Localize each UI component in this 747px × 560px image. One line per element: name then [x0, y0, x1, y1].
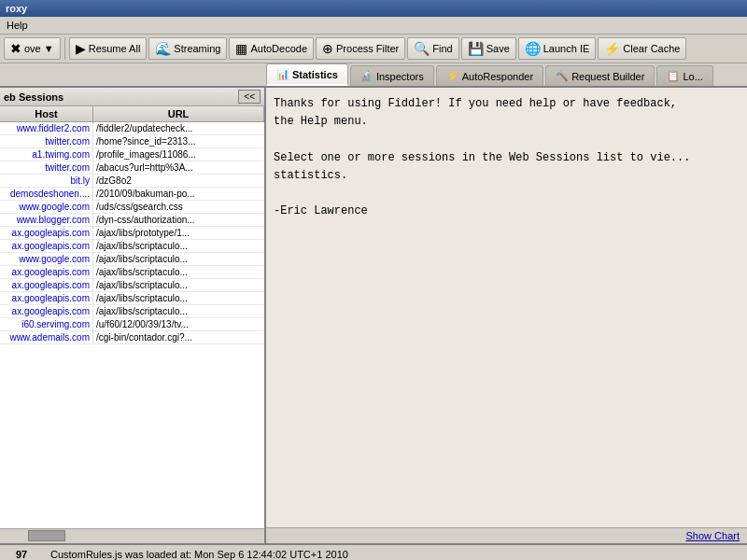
log-tab-label: Lo... [683, 71, 702, 82]
autodecode-button[interactable]: ▦ AutoDecode [229, 37, 314, 60]
session-host: ax.googleapis.com [0, 292, 93, 304]
table-row[interactable]: ax.googleapis.com/ajax/libs/scriptaculo.… [0, 305, 264, 318]
status-bar: 97 CustomRules.js was loaded at: Mon Sep… [0, 543, 747, 560]
streaming-button[interactable]: 🌊 Streaming [148, 37, 227, 60]
session-url: /ajax/libs/scriptaculo... [93, 253, 264, 265]
statistics-tab-label: Statistics [292, 69, 338, 80]
table-row[interactable]: ax.googleapis.com/ajax/libs/prototype/1.… [0, 227, 264, 240]
session-host: www.ademails.com [0, 331, 93, 343]
session-host: twitter.com [0, 135, 93, 147]
session-rows: www.fiddler2.com/fiddler2/updatecheck...… [0, 122, 264, 344]
autodecode-icon: ▦ [235, 41, 247, 56]
table-row[interactable]: ax.googleapis.com/ajax/libs/scriptaculo.… [0, 292, 264, 305]
session-url: /ajax/libs/scriptaculo... [93, 292, 264, 304]
tab-statistics[interactable]: 📊 Statistics [266, 63, 348, 86]
launch-ie-button[interactable]: 🌐 Launch IE [518, 37, 597, 60]
session-url: /dzG8o2 [93, 175, 264, 187]
table-row[interactable]: i60.servimg.com/u/f60/12/00/39/13/tv... [0, 318, 264, 331]
stats-line7: -Eric Lawrence [274, 204, 368, 217]
table-row[interactable]: twitter.com/home?since_id=2313... [0, 135, 264, 148]
toolbar: ✖ ove ▼ ▶ Resume All 🌊 Streaming ▦ AutoD… [0, 35, 747, 63]
table-row[interactable]: www.fiddler2.com/fiddler2/updatecheck... [0, 122, 264, 135]
save-label: Save [486, 43, 510, 54]
table-row[interactable]: bit.ly/dzG8o2 [0, 175, 264, 188]
remove-button[interactable]: ✖ ove ▼ [4, 37, 61, 60]
find-button[interactable]: 🔍 Find [407, 37, 458, 60]
process-filter-icon: ⊕ [322, 41, 333, 56]
session-url: /fiddler2/updatecheck... [93, 122, 264, 134]
remove-icon: ✖ [10, 41, 21, 56]
launch-ie-icon: 🌐 [525, 41, 541, 56]
collapse-button[interactable]: << [238, 90, 261, 104]
session-host: twitter.com [0, 161, 93, 174]
request-builder-tab-label: Request Builder [571, 71, 644, 82]
clear-cache-label: Clear Cache [623, 43, 680, 54]
stats-content: Thanks for using Fiddler! If you need he… [266, 88, 747, 527]
show-chart-link[interactable]: Show Chart [686, 530, 740, 541]
show-chart-bar: Show Chart [266, 527, 747, 543]
menu-item-help[interactable]: Help [4, 19, 31, 32]
find-label: Find [432, 43, 452, 54]
sessions-header: eb Sessions << [0, 88, 264, 106]
process-filter-button[interactable]: ⊕ Process Filter [316, 37, 405, 60]
status-count: 97 [7, 549, 35, 560]
scrollbar-thumb[interactable] [28, 530, 65, 541]
session-host: www.google.com [0, 201, 93, 213]
table-row[interactable]: twitter.com/abacus?url=http%3A... [0, 161, 264, 175]
session-table-header: Host URL [0, 106, 264, 122]
session-url: /dyn-css/authorization... [93, 214, 264, 226]
statistics-tab-icon: 📊 [276, 68, 289, 80]
table-row[interactable]: a1.twimg.com/profile_images/11086... [0, 148, 264, 161]
tab-inspectors[interactable]: 🔬 Inspectors [350, 65, 434, 86]
clear-cache-button[interactable]: ⚡ Clear Cache [598, 37, 686, 60]
table-row[interactable]: www.google.com/ajax/libs/scriptaculo... [0, 253, 264, 266]
session-host: www.google.com [0, 253, 93, 265]
tab-autoresponder[interactable]: ⚡ AutoResponder [436, 65, 543, 86]
table-row[interactable]: www.ademails.com/cgi-bin/contador.cgi?..… [0, 331, 264, 344]
table-row[interactable]: www.google.com/uds/css/gsearch.css [0, 201, 264, 214]
status-message: CustomRules.js was loaded at: Mon Sep 6 … [50, 549, 740, 560]
session-url: /cgi-bin/contador.cgi?... [93, 331, 264, 343]
tabs-row: 📊 Statistics 🔬 Inspectors ⚡ AutoResponde… [0, 63, 747, 88]
table-row[interactable]: ax.googleapis.com/ajax/libs/scriptaculo.… [0, 240, 264, 253]
toolbar-separator [64, 37, 65, 60]
session-host: ax.googleapis.com [0, 305, 93, 317]
resume-label: Resume All [89, 43, 141, 54]
resume-icon: ▶ [76, 41, 86, 56]
find-icon: 🔍 [414, 41, 430, 56]
stats-line4: Select one or more sessions in the Web S… [274, 151, 690, 164]
session-url: /ajax/libs/scriptaculo... [93, 266, 264, 278]
menu-bar: Help [0, 17, 747, 35]
table-row[interactable]: ax.googleapis.com/ajax/libs/scriptaculo.… [0, 266, 264, 279]
title-bar: roxy [0, 0, 747, 17]
table-row[interactable]: www.blogger.com/dyn-css/authorization... [0, 214, 264, 227]
left-panel: eb Sessions << Host URL www.fiddler2.com… [0, 88, 266, 543]
session-host: a1.twimg.com [0, 148, 93, 161]
table-row[interactable]: ax.googleapis.com/ajax/libs/scriptaculo.… [0, 279, 264, 292]
session-host: bit.ly [0, 175, 93, 187]
session-url: /abacus?url=http%3A... [93, 161, 264, 174]
tab-request-builder[interactable]: 🔨 Request Builder [545, 65, 655, 86]
right-panel: Thanks for using Fiddler! If you need he… [266, 88, 747, 543]
session-url: /home?since_id=2313... [93, 135, 264, 147]
tab-log[interactable]: 📋 Lo... [656, 65, 712, 86]
table-row[interactable]: demosdeshonen..../2010/09/bakuman-po... [0, 188, 264, 201]
launch-ie-label: Launch IE [543, 43, 590, 54]
inspectors-tab-icon: 🔬 [360, 70, 374, 82]
save-button[interactable]: 💾 Save [461, 37, 516, 60]
session-table[interactable]: Host URL www.fiddler2.com/fiddler2/updat… [0, 106, 264, 528]
autoresponder-tab-label: AutoResponder [462, 71, 533, 82]
title-text: roxy [6, 3, 27, 14]
session-host: ax.googleapis.com [0, 240, 93, 252]
autoresponder-tab-icon: ⚡ [446, 70, 459, 82]
streaming-label: Streaming [174, 43, 220, 54]
session-url: /uds/css/gsearch.css [93, 201, 264, 213]
session-host: ax.googleapis.com [0, 266, 93, 278]
resume-all-button[interactable]: ▶ Resume All [69, 37, 148, 60]
session-host: demosdeshonen.... [0, 188, 93, 200]
session-host: ax.googleapis.com [0, 279, 93, 291]
clear-cache-icon: ⚡ [604, 41, 620, 56]
horizontal-scrollbar[interactable] [0, 528, 264, 543]
url-column-header: URL [93, 106, 264, 121]
session-host: www.blogger.com [0, 214, 93, 226]
